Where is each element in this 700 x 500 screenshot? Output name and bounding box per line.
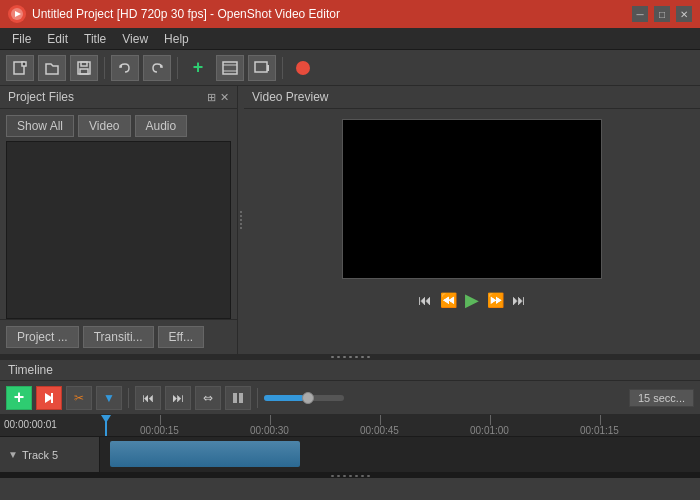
undo-button[interactable] — [111, 55, 139, 81]
track-row: ▼ Track 5 — [0, 437, 700, 473]
resize-dot — [343, 356, 346, 358]
filter-video[interactable]: Video — [78, 115, 130, 137]
toolbar-sep-2 — [177, 57, 178, 79]
maximize-panel-icon[interactable]: ⊞ — [207, 91, 216, 104]
menu-view[interactable]: View — [114, 30, 156, 48]
new-button[interactable] — [6, 55, 34, 81]
track-clip[interactable] — [110, 441, 300, 467]
svg-rect-4 — [22, 62, 26, 66]
ruler-label-45: 00:00:45 — [360, 425, 399, 436]
resize-dot — [349, 475, 352, 477]
bottom-resize-handle[interactable] — [0, 473, 700, 478]
timeline-label: Timeline — [8, 363, 53, 377]
resize-dot — [361, 356, 364, 358]
close-panel-icon[interactable]: ✕ — [220, 91, 229, 104]
svg-rect-10 — [223, 62, 237, 74]
zoom-slider-fill — [264, 395, 304, 401]
timeline-skip-start-button[interactable]: ⏮ — [135, 386, 161, 410]
left-panel: Project Files ⊞ ✕ Show All Video Audio P… — [0, 86, 238, 354]
resize-dot — [240, 227, 242, 229]
svg-rect-6 — [81, 62, 87, 66]
video-screen — [342, 119, 602, 279]
ruler-tick-45: 00:00:45 — [380, 415, 381, 425]
project-files-label: Project Files — [8, 90, 74, 104]
open-button[interactable] — [38, 55, 66, 81]
timeline-zoom-control — [264, 395, 344, 401]
project-files-header: Project Files ⊞ ✕ — [0, 86, 237, 109]
tab-transitions[interactable]: Transiti... — [83, 326, 154, 348]
resize-dot — [337, 475, 340, 477]
zoom-slider-thumb[interactable] — [302, 392, 314, 404]
play-button[interactable]: ▶ — [465, 289, 479, 311]
resize-dot — [355, 356, 358, 358]
timeline-arrow-down-button[interactable]: ▼ — [96, 386, 122, 410]
bottom-tabs: Project ... Transiti... Eff... — [0, 319, 237, 354]
resize-dot — [367, 356, 370, 358]
step-forward-button[interactable]: ⏩ — [487, 292, 504, 308]
timeline: Timeline + ✂ ▼ ⏮ ⏭ ⇔ 15 secc... 00:00:00… — [0, 360, 700, 478]
timeline-ruler: 00:00:00:01 00:00:15 00:00:30 00:00:45 0… — [0, 415, 700, 437]
svg-rect-13 — [255, 62, 267, 72]
timeline-arrows-button[interactable]: ⇔ — [195, 386, 221, 410]
ruler-label-115: 00:01:15 — [580, 425, 619, 436]
close-button[interactable]: ✕ — [676, 6, 692, 22]
track-toggle[interactable]: ▼ — [8, 449, 18, 460]
resize-dot — [331, 475, 334, 477]
skip-to-end-button[interactable]: ⏭ — [512, 292, 526, 308]
skip-to-start-button[interactable]: ⏮ — [418, 292, 432, 308]
svg-rect-19 — [239, 393, 243, 403]
toolbar: + — [0, 50, 700, 86]
timecode-display: 00:00:00:01 — [4, 419, 57, 430]
timeline-razor-button[interactable]: ✂ — [66, 386, 92, 410]
tab-effects[interactable]: Eff... — [158, 326, 204, 348]
preview-button[interactable] — [248, 55, 276, 81]
resize-dot — [240, 219, 242, 221]
add-media-button[interactable]: + — [184, 55, 212, 81]
filter-show-all[interactable]: Show All — [6, 115, 74, 137]
timeline-sep-1 — [128, 388, 129, 408]
clip-button[interactable] — [216, 55, 244, 81]
menu-help[interactable]: Help — [156, 30, 197, 48]
header-icons: ⊞ ✕ — [207, 91, 229, 104]
video-preview-label: Video Preview — [252, 90, 329, 104]
filter-tabs: Show All Video Audio — [0, 109, 237, 141]
app-icon — [8, 5, 26, 23]
step-back-button[interactable]: ⏪ — [440, 292, 457, 308]
tab-project-files[interactable]: Project ... — [6, 326, 79, 348]
timeline-skip-end-button[interactable]: ⏭ — [165, 386, 191, 410]
file-area — [6, 141, 231, 319]
timeline-toolbar: + ✂ ▼ ⏮ ⏭ ⇔ 15 secc... — [0, 381, 700, 415]
menu-file[interactable]: File — [4, 30, 39, 48]
playhead[interactable] — [105, 415, 107, 436]
track-content[interactable] — [100, 437, 700, 472]
minimize-button[interactable]: ─ — [632, 6, 648, 22]
timeline-add-button[interactable]: + — [6, 386, 32, 410]
menu-bar: File Edit Title View Help — [0, 28, 700, 50]
timeline-enable-button[interactable] — [36, 386, 62, 410]
record-button[interactable] — [289, 55, 317, 81]
menu-edit[interactable]: Edit — [39, 30, 76, 48]
playhead-triangle — [101, 415, 111, 423]
ruler-tick-15: 00:00:15 — [160, 415, 161, 425]
save-button[interactable] — [70, 55, 98, 81]
maximize-button[interactable]: □ — [654, 6, 670, 22]
redo-button[interactable] — [143, 55, 171, 81]
resize-dot — [331, 356, 334, 358]
timeline-header: Timeline — [0, 360, 700, 381]
right-panel: Video Preview ⏮ ⏪ ▶ ⏩ ⏭ — [244, 86, 700, 354]
video-controls: ⏮ ⏪ ▶ ⏩ ⏭ — [244, 285, 700, 315]
video-preview-header: Video Preview — [244, 86, 700, 109]
resize-dot — [367, 475, 370, 477]
resize-dot — [355, 475, 358, 477]
track-label: ▼ Track 5 — [0, 437, 100, 472]
svg-point-15 — [296, 61, 310, 75]
filter-audio[interactable]: Audio — [135, 115, 188, 137]
menu-title[interactable]: Title — [76, 30, 114, 48]
ruler-tick-30: 00:00:30 — [270, 415, 271, 425]
track-name: Track 5 — [22, 449, 58, 461]
timeline-sep-2 — [257, 388, 258, 408]
svg-rect-18 — [233, 393, 237, 403]
timeline-snap-button[interactable] — [225, 386, 251, 410]
resize-dot — [349, 356, 352, 358]
zoom-slider-track[interactable] — [264, 395, 344, 401]
